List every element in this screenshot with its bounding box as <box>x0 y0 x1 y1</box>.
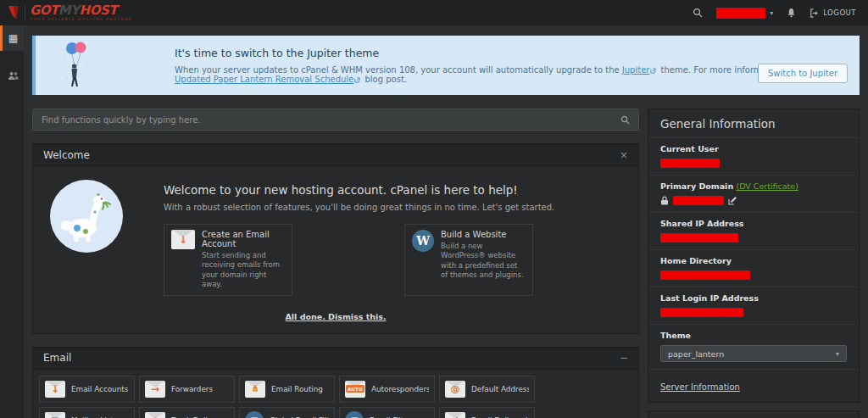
welcome-body: Welcome to your new hosting account. cPa… <box>33 166 638 333</box>
envelope-download-icon <box>171 230 195 249</box>
field-current-user: Current User <box>648 138 859 176</box>
envelope-at-icon <box>445 381 465 398</box>
envelope-forward-icon <box>145 381 165 398</box>
email-feature-tile[interactable]: Global Email Filters <box>239 407 335 418</box>
dismiss-link[interactable]: All done. Dismiss this. <box>285 312 386 321</box>
email-feature-tile[interactable]: Email Filters <box>339 407 435 418</box>
tile-label: Email Routing <box>271 385 323 393</box>
left-sidebar: ▦ <box>0 25 24 418</box>
welcome-heading: Welcome to your new hosting account. cPa… <box>164 183 626 197</box>
redacted-value <box>673 196 724 205</box>
field-last-login-ip: Last Login IP Address <box>648 287 859 325</box>
removal-schedule-link[interactable]: Updated Paper Lantern Removal Schedule <box>175 75 353 84</box>
redacted-value <box>660 233 738 242</box>
external-link-icon <box>650 68 656 74</box>
wordpress-icon <box>412 230 434 252</box>
redacted-value <box>660 159 720 168</box>
email-body: Email Accounts Forwarders Em <box>33 370 638 418</box>
panel-title: Email <box>43 352 71 364</box>
redacted-value <box>660 270 750 280</box>
user-group-icon <box>8 71 19 81</box>
logo-text: GOTMYHOST YOUR RELIABLE HOSTING PARTNER <box>30 4 132 22</box>
email-feature-tile[interactable]: Track Delivery <box>139 407 235 418</box>
cpanel-screen: GOTMYHOST YOUR RELIABLE HOSTING PARTNER … <box>0 0 868 418</box>
email-feature-tile[interactable]: Mailing Lists <box>39 407 135 418</box>
welcome-card[interactable]: Create an Email Account Start sending an… <box>164 224 292 296</box>
function-search-bar[interactable] <box>32 109 639 131</box>
tile-label: Autoresponders <box>371 385 429 393</box>
email-feature-tile[interactable]: Email Accounts <box>39 376 135 403</box>
envelope-routing-icon <box>245 381 265 398</box>
dismiss-row: All done. Dismiss this. <box>164 307 508 323</box>
email-feature-tile[interactable]: Autoresponders <box>339 376 435 403</box>
edit-icon[interactable] <box>728 196 737 205</box>
main-column: Welcome × <box>32 109 639 418</box>
switch-to-jupiter-button[interactable]: Switch to Jupiter <box>758 64 848 83</box>
topbar-actions: ▾ LOGOUT <box>693 8 856 19</box>
search-icon[interactable] <box>693 8 703 18</box>
logout-button[interactable]: LOGOUT <box>810 8 856 18</box>
card-title: Build a Website <box>441 230 526 239</box>
logout-icon <box>810 8 819 18</box>
banner-title: It's time to switch to the Jupiter theme <box>175 47 848 59</box>
envelope-auto-icon <box>345 381 365 398</box>
funnel-globe-icon <box>245 411 264 418</box>
bell-icon[interactable] <box>787 8 796 18</box>
logo-divider <box>25 5 25 20</box>
email-feature-tile[interactable]: Email Routing <box>239 376 335 403</box>
card-description: Start sending and receiving emails from … <box>202 251 285 290</box>
right-sidebar: General Information Current User Primary… <box>648 109 860 418</box>
collapse-icon[interactable]: − <box>620 353 628 363</box>
field-theme: Theme paper_lantern ▾ <box>648 325 859 370</box>
user-menu-caret: ▾ <box>770 9 773 17</box>
redacted-username <box>716 8 765 19</box>
brand-name: GOTMYHOST <box>30 4 132 17</box>
cpanel-dinosaur-illustration <box>50 180 123 325</box>
jupiter-link[interactable]: Jupiter <box>622 65 650 75</box>
email-panel-header: Email − <box>33 348 638 370</box>
chevron-down-icon: ▾ <box>836 350 839 358</box>
sidebar-item-user-manager[interactable] <box>0 63 24 88</box>
email-feature-grid: Email Accounts Forwarders Em <box>39 376 632 418</box>
welcome-panel: Welcome × <box>32 143 639 334</box>
panel-title: Statistics <box>648 411 859 418</box>
field-shared-ip: Shared IP Address <box>648 213 859 250</box>
envelope-list-icon <box>45 412 65 418</box>
envelope-download-icon <box>45 381 65 398</box>
card-title: Create an Email Account <box>202 230 285 248</box>
logo-flame-icon <box>7 3 20 22</box>
welcome-cards: Create an Email Account Start sending an… <box>164 224 626 296</box>
dv-certificate-link[interactable]: (DV Certificate) <box>736 181 798 191</box>
banner-body: When your server updates to cPanel & WHM… <box>175 65 848 84</box>
main-content: It's time to switch to the Jupiter theme… <box>24 25 868 418</box>
panel-title: Welcome <box>43 149 90 161</box>
sidebar-item-tools[interactable]: ▦ <box>0 25 24 51</box>
external-link-icon <box>354 77 360 83</box>
topbar: GOTMYHOST YOUR RELIABLE HOSTING PARTNER … <box>0 0 868 25</box>
email-panel: Email − Email Accounts <box>32 347 639 418</box>
card-description: Build a new WordPress® website with a pr… <box>441 242 526 281</box>
user-menu[interactable]: ▾ <box>716 8 773 19</box>
redacted-value <box>660 308 743 317</box>
welcome-card[interactable]: Build a Website Build a new WordPress® w… <box>404 224 533 296</box>
email-feature-tile[interactable]: Default Address <box>439 376 535 403</box>
general-information-panel: General Information Current User Primary… <box>648 109 860 403</box>
statistics-panel: Statistics Alias Domains 0 / 0 Disk Usag… <box>648 410 860 418</box>
field-home-directory: Home Directory <box>648 250 859 287</box>
welcome-subheading: With a robust selection of features, you… <box>164 203 626 212</box>
funnel-icon <box>345 411 364 418</box>
email-feature-tile[interactable]: Email Deliverability <box>439 407 535 418</box>
welcome-panel-header: Welcome × <box>33 144 638 166</box>
brand-tagline: YOUR RELIABLE HOSTING PARTNER <box>30 18 132 22</box>
tile-label: Forwarders <box>171 385 213 393</box>
envelope-pin-icon <box>145 412 165 418</box>
gotmyhost-logo[interactable]: GOTMYHOST YOUR RELIABLE HOSTING PARTNER <box>7 3 132 22</box>
theme-select[interactable]: paper_lantern ▾ <box>660 345 847 362</box>
welcome-texts: Welcome to your new hosting account. cPa… <box>164 176 626 325</box>
email-feature-tile[interactable]: Forwarders <box>139 376 235 403</box>
server-information-link[interactable]: Server Information <box>660 382 740 392</box>
panel-title: General Information <box>648 109 859 138</box>
search-input[interactable] <box>42 115 620 125</box>
jupiter-banner: It's time to switch to the Jupiter theme… <box>32 36 860 95</box>
close-icon[interactable]: × <box>620 150 628 160</box>
